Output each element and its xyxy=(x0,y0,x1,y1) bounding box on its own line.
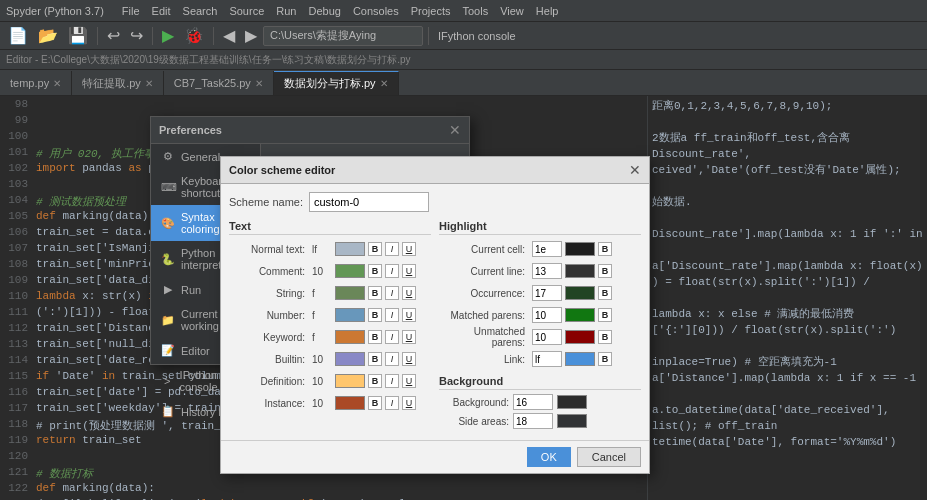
open-file-button[interactable]: 📂 xyxy=(34,24,62,47)
string-color[interactable] xyxy=(335,286,365,300)
normal-color[interactable] xyxy=(335,242,365,256)
comment-italic[interactable]: I xyxy=(385,264,399,278)
definition-underline[interactable]: U xyxy=(402,374,416,388)
current-cell-num[interactable] xyxy=(532,241,562,257)
definition-bold[interactable]: B xyxy=(368,374,382,388)
menu-projects[interactable]: Projects xyxy=(405,3,457,19)
builtin-bold[interactable]: B xyxy=(368,352,382,366)
preferences-close-button[interactable]: ✕ xyxy=(449,122,461,138)
current-line-bold[interactable]: B xyxy=(598,264,612,278)
side-areas-num[interactable] xyxy=(513,413,553,429)
tab-cb7[interactable]: CB7_Task25.py ✕ xyxy=(164,71,274,95)
cse-name-input[interactable] xyxy=(309,192,429,212)
comment-num: 10 xyxy=(312,266,332,277)
tab-temp-py[interactable]: temp.py ✕ xyxy=(0,71,72,95)
link-bold[interactable]: B xyxy=(598,352,612,366)
close-tab-data-split[interactable]: ✕ xyxy=(380,78,388,89)
keyword-underline[interactable]: U xyxy=(402,330,416,344)
string-bold[interactable]: B xyxy=(368,286,382,300)
current-line-color[interactable] xyxy=(565,264,595,278)
cse-cancel-button[interactable]: Cancel xyxy=(577,447,641,467)
line-number: 106 xyxy=(0,226,36,242)
close-tab-cb7[interactable]: ✕ xyxy=(255,78,263,89)
ipython-button[interactable]: IFython console xyxy=(434,28,520,44)
number-italic[interactable]: I xyxy=(385,308,399,322)
link-num[interactable] xyxy=(532,351,562,367)
definition-num: 10 xyxy=(312,376,332,387)
instance-underline[interactable]: U xyxy=(402,396,416,410)
tab-feature-extract[interactable]: 特征提取.py ✕ xyxy=(72,71,164,95)
instance-color[interactable] xyxy=(335,396,365,410)
current-cell-color[interactable] xyxy=(565,242,595,256)
normal-bold[interactable]: B xyxy=(368,242,382,256)
undo-button[interactable]: ↩ xyxy=(103,24,124,47)
normal-italic[interactable]: I xyxy=(385,242,399,256)
preferences-title-bar: Preferences ✕ xyxy=(151,117,469,144)
close-tab-feature[interactable]: ✕ xyxy=(145,78,153,89)
keyword-color[interactable] xyxy=(335,330,365,344)
cse-title-bar: Color scheme editor ✕ xyxy=(221,157,649,184)
new-file-button[interactable]: 📄 xyxy=(4,24,32,47)
keyword-bold[interactable]: B xyxy=(368,330,382,344)
current-line-num[interactable] xyxy=(532,263,562,279)
run-button[interactable]: ▶ xyxy=(158,24,178,47)
menu-file[interactable]: File xyxy=(116,3,146,19)
side-areas-color[interactable] xyxy=(557,414,587,428)
matched-parens-bold[interactable]: B xyxy=(598,308,612,322)
right-panel-line: list(); # off_train xyxy=(652,418,923,434)
path-input[interactable] xyxy=(263,26,423,46)
instance-italic[interactable]: I xyxy=(385,396,399,410)
menu-tools[interactable]: Tools xyxy=(456,3,494,19)
current-cell-bold[interactable]: B xyxy=(598,242,612,256)
keyword-italic[interactable]: I xyxy=(385,330,399,344)
comment-bold[interactable]: B xyxy=(368,264,382,278)
string-underline[interactable]: U xyxy=(402,286,416,300)
occurrence-color[interactable] xyxy=(565,286,595,300)
matched-parens-color[interactable] xyxy=(565,308,595,322)
line-number: 109 xyxy=(0,274,36,290)
comment-color[interactable] xyxy=(335,264,365,278)
debug-button[interactable]: 🐞 xyxy=(180,24,208,47)
right-panel-line xyxy=(652,114,923,130)
back-button[interactable]: ◀ xyxy=(219,24,239,47)
cse-close-button[interactable]: ✕ xyxy=(629,162,641,178)
unmatched-parens-bold[interactable]: B xyxy=(598,330,612,344)
builtin-italic[interactable]: I xyxy=(385,352,399,366)
menu-debug[interactable]: Debug xyxy=(302,3,346,19)
menu-source[interactable]: Source xyxy=(223,3,270,19)
occurrence-bold[interactable]: B xyxy=(598,286,612,300)
number-bold[interactable]: B xyxy=(368,308,382,322)
builtin-underline[interactable]: U xyxy=(402,352,416,366)
menu-help[interactable]: Help xyxy=(530,3,565,19)
right-panel-line: 2数据a ff_train和off_test,含合离 xyxy=(652,130,923,146)
instance-bold[interactable]: B xyxy=(368,396,382,410)
menu-run[interactable]: Run xyxy=(270,3,302,19)
unmatched-parens-num[interactable] xyxy=(532,329,562,345)
definition-color[interactable] xyxy=(335,374,365,388)
bg-color[interactable] xyxy=(557,395,587,409)
menu-edit[interactable]: Edit xyxy=(146,3,177,19)
matched-parens-num[interactable] xyxy=(532,307,562,323)
cse-ok-button[interactable]: OK xyxy=(527,447,571,467)
number-underline[interactable]: U xyxy=(402,308,416,322)
forward-button[interactable]: ▶ xyxy=(241,24,261,47)
bg-num[interactable] xyxy=(513,394,553,410)
right-panel-line: inplace=True) # 空距离填充为-1 xyxy=(652,354,923,370)
save-file-button[interactable]: 💾 xyxy=(64,24,92,47)
menu-search[interactable]: Search xyxy=(177,3,224,19)
unmatched-parens-color[interactable] xyxy=(565,330,595,344)
redo-button[interactable]: ↪ xyxy=(126,24,147,47)
normal-underline[interactable]: U xyxy=(402,242,416,256)
number-color[interactable] xyxy=(335,308,365,322)
close-tab-temp-py[interactable]: ✕ xyxy=(53,78,61,89)
tab-data-split[interactable]: 数据划分与打标.py ✕ xyxy=(274,71,399,95)
menu-view[interactable]: View xyxy=(494,3,530,19)
builtin-color[interactable] xyxy=(335,352,365,366)
comment-underline[interactable]: U xyxy=(402,264,416,278)
string-italic[interactable]: I xyxy=(385,286,399,300)
link-color[interactable] xyxy=(565,352,595,366)
definition-italic[interactable]: I xyxy=(385,374,399,388)
instance-num: 10 xyxy=(312,398,332,409)
occurrence-num[interactable] xyxy=(532,285,562,301)
menu-consoles[interactable]: Consoles xyxy=(347,3,405,19)
